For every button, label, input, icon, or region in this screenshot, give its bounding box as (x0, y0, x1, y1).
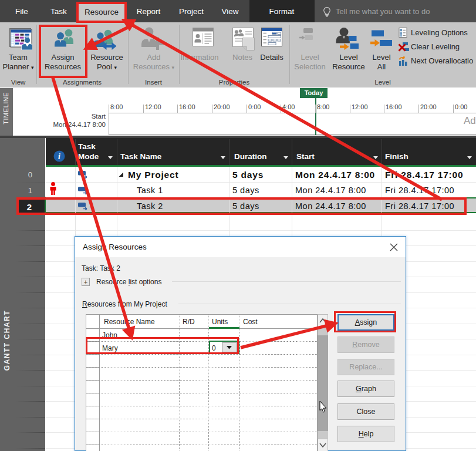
svg-text:i: i (58, 152, 60, 161)
